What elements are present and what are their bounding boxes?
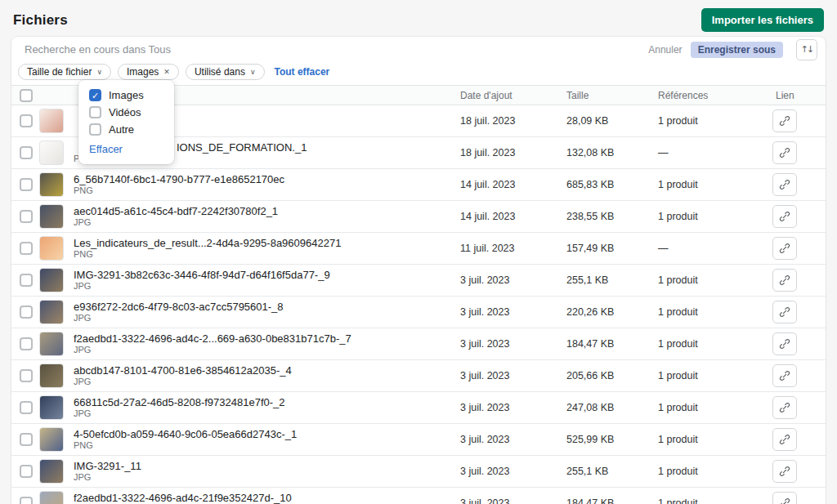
filter-option-label: Images [109, 89, 144, 101]
select-all-checkbox[interactable] [20, 89, 33, 102]
file-references: 1 produit [658, 306, 772, 318]
row-checkbox[interactable] [20, 114, 33, 127]
search-actions: Annuler Enregistrer sous ↑↓ [648, 39, 817, 60]
table-row: 66811c5d-27a2-46d5-8208-f9732481e7f0-_2 … [11, 392, 826, 424]
file-name[interactable]: Les_indicateurs_de_result...2-4d4a-9295-… [74, 237, 460, 249]
file-date: 3 juil. 2023 [460, 338, 566, 350]
copy-link-button[interactable] [772, 396, 797, 419]
file-list: 18 juil. 2023 28,09 KB 1 produit IONS_DE… [11, 105, 826, 504]
copy-link-button[interactable] [772, 492, 797, 504]
file-name[interactable]: e936f272-2dc6-4f79-8c03-ac7cc5795601-_8 [74, 301, 460, 313]
sort-icon: ↑↓ [801, 44, 812, 55]
cancel-button[interactable]: Annuler [648, 44, 682, 56]
files-page: Fichiers Importer les fichiers Annuler E… [0, 0, 837, 504]
row-checkbox[interactable] [20, 274, 33, 287]
row-checkbox[interactable] [20, 369, 33, 382]
file-thumbnail[interactable] [39, 427, 64, 452]
clear-all-filters-link[interactable]: Tout effacer [275, 66, 330, 78]
file-references: 1 produit [658, 274, 772, 286]
file-thumbnail[interactable] [39, 236, 64, 261]
file-thumbnail[interactable] [39, 364, 64, 388]
file-name[interactable]: 4-50efcd0b-a059-4640-9c06-05ea66d2743c-_… [74, 428, 460, 440]
file-thumbnail[interactable] [39, 204, 64, 229]
copy-link-button[interactable] [772, 109, 797, 132]
file-thumbnail[interactable] [39, 109, 64, 133]
row-checkbox[interactable] [20, 497, 33, 504]
filter-pill[interactable]: Taille de fichier ∨ [18, 64, 111, 80]
row-checkbox[interactable] [20, 146, 33, 159]
file-name[interactable]: abcdb147-8101-4700-81e6-3854612a2035-_4 [74, 364, 460, 377]
row-checkbox[interactable] [20, 465, 33, 478]
file-references: 1 produit [658, 179, 772, 190]
copy-link-button[interactable] [772, 205, 797, 228]
row-checkbox[interactable] [20, 242, 33, 255]
row-checkbox[interactable] [20, 306, 33, 319]
copy-link-button[interactable] [772, 460, 797, 483]
copy-link-button[interactable] [772, 173, 797, 196]
file-size: 28,09 KB [566, 115, 658, 127]
file-name[interactable]: 66811c5d-27a2-46d5-8208-f9732481e7f0-_2 [74, 396, 460, 408]
filter-pill[interactable]: Utilisé dans ∨ [186, 64, 265, 80]
link-icon [779, 497, 790, 504]
column-header-size[interactable]: Taille [566, 90, 658, 101]
file-name[interactable]: f2aedbd1-3322-4696-ad4c-2...669-a630-0be… [74, 332, 460, 345]
file-size: 525,99 KB [566, 434, 658, 445]
clear-filter-link[interactable]: Effacer [89, 143, 123, 155]
file-thumbnail[interactable] [39, 300, 64, 324]
table-row: Les_indicateurs_de_result...2-4d4a-9295-… [11, 233, 826, 265]
filter-option-checkbox[interactable] [89, 106, 101, 118]
copy-link-button[interactable] [772, 428, 797, 451]
copy-link-button[interactable] [772, 269, 797, 292]
file-thumbnail[interactable] [39, 140, 64, 165]
import-files-button[interactable]: Importer les fichiers [701, 8, 824, 32]
file-thumbnail[interactable] [39, 459, 64, 484]
file-thumbnail[interactable] [39, 395, 64, 420]
link-icon [779, 466, 790, 477]
table-row: 4-50efcd0b-a059-4640-9c06-05ea66d2743c-_… [11, 424, 826, 456]
file-date: 14 juil. 2023 [460, 179, 566, 190]
row-checkbox[interactable] [20, 178, 33, 191]
row-checkbox[interactable] [20, 337, 33, 350]
table-row: IMG-3291-3b82c63c-3446-4f8f-94d7-d64f16f… [11, 265, 826, 297]
column-header-references[interactable]: Références [658, 90, 772, 101]
column-header-link: Lien [772, 90, 826, 101]
file-references: 1 produit [658, 402, 772, 413]
file-thumbnail[interactable] [39, 172, 64, 197]
row-checkbox[interactable] [20, 210, 33, 223]
link-icon [779, 211, 790, 222]
file-name[interactable]: IMG-3291-_11 [74, 460, 460, 472]
link-icon [779, 402, 790, 413]
copy-link-button[interactable] [772, 141, 797, 164]
file-name[interactable]: 6_56b7140f-6bc1-4790-b777-e1e8652170ec [74, 173, 460, 185]
sort-button[interactable]: ↑↓ [796, 39, 817, 60]
link-icon [779, 434, 790, 445]
row-checkbox[interactable] [20, 433, 33, 446]
filter-option-checkbox-checked[interactable]: ✓ [89, 89, 101, 101]
file-name[interactable]: IMG-3291-3b82c63c-3446-4f8f-94d7-d64f16f… [74, 269, 460, 281]
filter-option[interactable]: Vidéos [89, 106, 163, 118]
file-thumbnail[interactable] [39, 491, 64, 504]
file-name[interactable]: aec014d5-a61c-45c4-bdf7-2242f30780f2_1 [74, 205, 460, 217]
row-checkbox[interactable] [20, 401, 33, 414]
column-header-date[interactable]: Date d'ajout [460, 90, 566, 101]
search-input[interactable] [25, 43, 648, 56]
filter-pill[interactable]: Images ✕ [118, 64, 179, 80]
file-size: 132,08 KB [566, 147, 658, 158]
filter-option[interactable]: Autre [89, 123, 163, 136]
file-name[interactable]: f2aedbd1-3322-4696-ad4c-21f9e352427d-_10 [74, 492, 460, 504]
file-size: 255,1 KB [566, 466, 658, 477]
filter-options: ✓ Images Vidéos Autre [89, 89, 163, 136]
copy-link-button[interactable] [772, 332, 797, 355]
file-references: 1 produit [658, 338, 772, 350]
filter-option-checkbox[interactable] [89, 123, 101, 136]
copy-link-button[interactable] [772, 237, 797, 260]
file-references: 1 produit [658, 466, 772, 477]
filter-option[interactable]: ✓ Images [89, 89, 163, 101]
save-as-button[interactable]: Enregistrer sous [691, 42, 783, 58]
table-row: 6_56b7140f-6bc1-4790-b777-e1e8652170ec P… [11, 169, 826, 201]
copy-link-button[interactable] [772, 301, 797, 323]
copy-link-button[interactable] [772, 364, 797, 387]
page-title: Fichiers [13, 12, 68, 29]
file-thumbnail[interactable] [39, 332, 64, 356]
file-thumbnail[interactable] [39, 268, 64, 292]
